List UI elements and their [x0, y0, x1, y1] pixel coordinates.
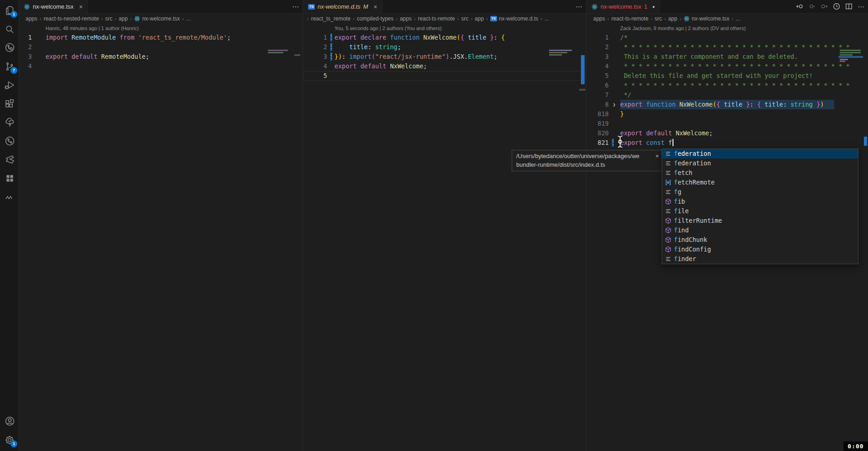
minimap[interactable]: [268, 52, 283, 53]
code-line[interactable]: 3 This is a starter component and can be…: [587, 52, 868, 62]
line-number[interactable]: 819: [587, 119, 609, 128]
line-number[interactable]: 2: [303, 42, 327, 52]
minimap[interactable]: [838, 56, 863, 58]
line-number[interactable]: 1: [587, 33, 609, 42]
line-number[interactable]: 7: [587, 90, 609, 100]
suggestion-item[interactable]: federation: [662, 149, 858, 159]
line-number[interactable]: 5: [587, 71, 609, 81]
minimap[interactable]: [549, 52, 567, 53]
line-number[interactable]: 3: [587, 52, 609, 62]
breadcrumb-item[interactable]: ...: [735, 15, 740, 22]
line-number[interactable]: 2: [587, 42, 609, 52]
line-number[interactable]: 3: [303, 52, 327, 62]
settings-gear-icon[interactable]: 1: [0, 430, 19, 449]
code-line[interactable]: 2 * * * * * * * * * * * * * * * * * * * …: [587, 42, 868, 52]
line-number[interactable]: 3: [19, 52, 32, 62]
suggestion-item[interactable]: federation: [662, 159, 858, 168]
testing-tree-icon[interactable]: [0, 113, 19, 132]
line-number[interactable]: 4: [303, 62, 327, 71]
accounts-icon[interactable]: [0, 412, 19, 430]
breadcrumb-item[interactable]: nx-welcome.tsx: [134, 15, 180, 22]
breadcrumb-item[interactable]: apps: [26, 15, 37, 22]
code-line[interactable]: 818}: [587, 109, 868, 119]
nav-dot-icon[interactable]: [808, 3, 816, 11]
line-number[interactable]: 820: [587, 128, 609, 138]
suggestion-item[interactable]: fetchRemote: [662, 178, 858, 187]
line-number[interactable]: 6: [587, 81, 609, 90]
unsaved-dot-icon[interactable]: ●: [652, 5, 655, 9]
line-number[interactable]: 818: [587, 109, 609, 119]
code-line[interactable]: 4export default NxWelcome;: [303, 62, 586, 71]
more-actions-icon[interactable]: ⋯: [858, 3, 864, 11]
container-tools-icon[interactable]: [0, 150, 19, 169]
minimap-slider[interactable]: [579, 89, 586, 91]
minimap[interactable]: [268, 50, 288, 51]
explorer-icon[interactable]: 1: [0, 1, 19, 20]
dashboard-grid-icon[interactable]: [0, 169, 19, 188]
source-control-icon[interactable]: 7: [0, 57, 19, 76]
breadcrumb-item[interactable]: react-ts-nested-remote: [44, 15, 99, 22]
suggestion-item[interactable]: fetch: [662, 168, 858, 178]
code-line[interactable]: 819: [587, 119, 868, 128]
breadcrumb-item[interactable]: nx-welcome.tsx: [683, 15, 729, 22]
close-icon[interactable]: ×: [655, 152, 659, 160]
code-line[interactable]: 2 title: string;: [303, 42, 586, 52]
code-line[interactable]: 1/*: [587, 33, 868, 42]
code-line[interactable]: 3}): import("react/jsx-runtime").JSX.Ele…: [303, 52, 586, 62]
codelens[interactable]: Zack Jackson, 9 months ago | 2 authors (…: [587, 24, 868, 33]
zigzag-icon[interactable]: [0, 188, 19, 206]
line-number[interactable]: 4: [587, 62, 609, 71]
line-number[interactable]: 1: [303, 33, 327, 42]
minimap[interactable]: [840, 52, 861, 53]
suggestion-item[interactable]: findChunk: [662, 235, 858, 245]
suggestion-item[interactable]: finder: [662, 254, 858, 264]
breadcrumb-item[interactable]: src: [105, 15, 113, 22]
minimap[interactable]: [840, 61, 845, 62]
code-line[interactable]: 1import RemoteModule from 'react_ts_remo…: [19, 33, 303, 42]
gitlens-inspect-icon[interactable]: [0, 38, 19, 57]
breadcrumb-item[interactable]: app: [118, 15, 128, 22]
code-line[interactable]: 4 * * * * * * * * * * * * * * * * * * * …: [587, 62, 868, 71]
tab-nx-welcome-dts[interactable]: TS nx-welcome.d.ts M ×: [303, 0, 382, 13]
search-icon[interactable]: [0, 20, 19, 38]
code-line[interactable]: 6 * * * * * * * * * * * * * * * * * * * …: [587, 81, 868, 90]
breadcrumb-item[interactable]: compiled-types: [357, 15, 394, 22]
minimap[interactable]: [549, 54, 562, 56]
code-line[interactable]: 3export default RemoteModule;: [19, 52, 303, 62]
breadcrumb-item[interactable]: src: [461, 15, 468, 22]
breadcrumb-item[interactable]: react-ts-remote: [418, 15, 455, 22]
code-line[interactable]: 5: [303, 71, 586, 81]
more-actions-icon[interactable]: ⋯: [575, 3, 582, 11]
split-editor-icon[interactable]: [845, 3, 853, 11]
suggestion-item[interactable]: fib: [662, 197, 858, 206]
extensions-icon[interactable]: [0, 94, 19, 113]
breadcrumb-item[interactable]: apps: [400, 15, 411, 22]
minimap[interactable]: [840, 54, 853, 56]
minimap[interactable]: [840, 50, 861, 51]
suggestion-item[interactable]: fg: [662, 187, 858, 197]
breadcrumb-item[interactable]: ...: [186, 15, 191, 22]
line-number[interactable]: 2: [19, 42, 32, 52]
line-number[interactable]: 8: [587, 100, 609, 109]
breadcrumb-item[interactable]: react-ts-remote: [611, 15, 648, 22]
git-graph-icon[interactable]: [0, 132, 19, 150]
breadcrumb-item[interactable]: ...: [544, 15, 549, 22]
breadcrumb-item[interactable]: src: [655, 15, 662, 22]
code-line[interactable]: 7 */: [587, 90, 868, 100]
line-number[interactable]: 5: [303, 71, 327, 81]
line-number[interactable]: 821: [587, 138, 609, 148]
close-icon[interactable]: ×: [79, 3, 83, 10]
suggestion-item[interactable]: file: [662, 206, 858, 216]
minimap[interactable]: [549, 50, 572, 51]
minimap[interactable]: [840, 59, 848, 60]
breadcrumb-item[interactable]: apps: [593, 15, 605, 22]
run-and-debug-icon[interactable]: [0, 76, 19, 94]
breadcrumb-item[interactable]: react_ts_remote: [311, 15, 351, 22]
breadcrumb-item[interactable]: TSnx-welcome.d.ts: [490, 15, 539, 22]
tab-nx-welcome-tsx-errors[interactable]: nx-welcome.tsx 1 ●: [587, 0, 660, 13]
suggestion-item[interactable]: filterRuntime: [662, 216, 858, 226]
nav-back-icon[interactable]: [796, 3, 803, 11]
minimap-slider[interactable]: [294, 54, 300, 56]
suggestion-item[interactable]: findConfig: [662, 245, 858, 254]
code-line[interactable]: 820export default NxWelcome;: [587, 128, 868, 138]
